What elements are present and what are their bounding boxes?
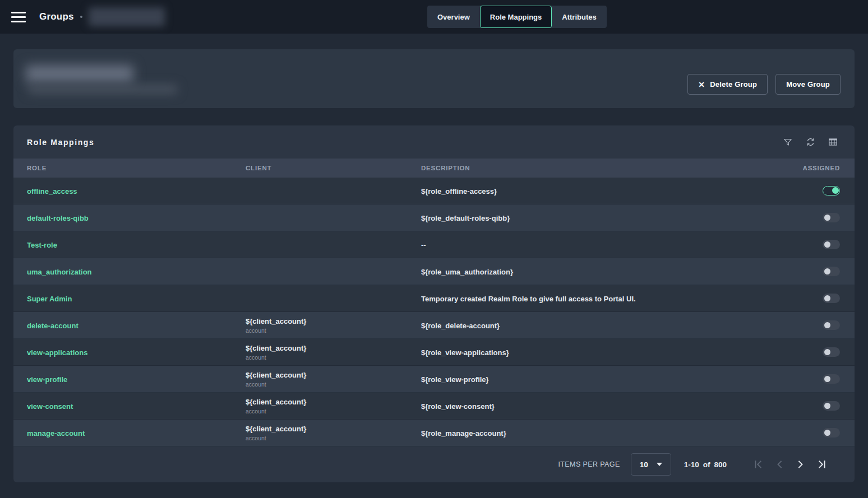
table-row: delete-account ${client_account} account…: [13, 312, 855, 339]
assigned-toggle[interactable]: [823, 240, 840, 249]
table-row: offline_access ${role_offline-access}: [13, 178, 855, 204]
role-link[interactable]: uma_authorization: [27, 268, 92, 276]
role-cell: Test-role: [27, 240, 246, 250]
column-header-assigned: ASSIGNED: [778, 165, 840, 171]
description-cell: ${role_offline-access}: [421, 186, 778, 196]
filter-icon[interactable]: [779, 134, 796, 151]
role-cell: delete-account: [27, 320, 246, 331]
assigned-cell: [778, 267, 840, 276]
delete-group-button[interactable]: ✕ Delete Group: [687, 74, 768, 95]
chevron-down-icon: [657, 463, 662, 466]
table-row: default-roles-qibb ${role_default-roles-…: [13, 204, 855, 231]
assigned-toggle[interactable]: [823, 294, 840, 303]
assigned-cell: [778, 347, 840, 357]
column-header-client: CLIENT: [246, 165, 421, 171]
client-cell: ${client_account} account: [246, 317, 421, 334]
client-cell: ${client_account} account: [246, 344, 421, 361]
first-page-button[interactable]: [751, 458, 765, 471]
redacted-group-name: [89, 7, 165, 26]
description-cell: --: [421, 240, 778, 250]
assigned-cell: [778, 294, 840, 303]
description-cell: ${role_delete-account}: [421, 320, 778, 331]
assigned-toggle[interactable]: [823, 213, 840, 222]
description-cell: ${role_uma_authorization}: [421, 267, 778, 277]
client-cell: ${client_account} account: [246, 371, 421, 388]
table-row: manage-account ${client_account} account…: [13, 420, 855, 446]
description-cell: ${role_view-profile}: [421, 374, 778, 384]
assigned-toggle[interactable]: [823, 401, 840, 411]
table-row: view-applications ${client_account} acco…: [13, 339, 855, 366]
description-cell: ${role_view-applications}: [421, 347, 778, 357]
assigned-toggle[interactable]: [823, 267, 840, 276]
assigned-cell: [778, 428, 840, 438]
column-header-role: ROLE: [27, 165, 246, 171]
table-body: offline_access ${role_offline-access} de…: [13, 178, 855, 446]
table-row: Super Admin Temporary created Realm Role…: [13, 285, 855, 312]
page-range: 1-10 of 800: [684, 460, 727, 469]
client-cell: ${client_account} account: [246, 398, 421, 415]
table-header-row: ROLE CLIENT DESCRIPTION ASSIGNED: [13, 159, 855, 178]
description-cell: ${role_view-consent}: [421, 401, 778, 411]
assigned-toggle[interactable]: [823, 428, 840, 438]
assigned-toggle[interactable]: [823, 320, 840, 330]
assigned-toggle[interactable]: [823, 347, 840, 357]
assigned-cell: [778, 374, 840, 384]
table-row: view-profile ${client_account} account $…: [13, 366, 855, 393]
role-cell: uma_authorization: [27, 267, 246, 277]
role-link[interactable]: view-profile: [27, 375, 67, 384]
items-per-page-select[interactable]: 10: [631, 453, 671, 476]
role-cell: manage-account: [27, 428, 246, 438]
description-cell: ${role_manage-account}: [421, 428, 778, 438]
topbar: Groups Overview Role Mappings Attributes: [0, 0, 868, 34]
section-title: Role Mappings: [27, 138, 94, 147]
role-cell: view-applications: [27, 347, 246, 357]
role-mappings-card: Role Mappings: [13, 125, 855, 482]
role-cell: Super Admin: [27, 294, 246, 304]
group-header-card: ✕ Delete Group Move Group: [13, 49, 855, 108]
pagination-bar: ITEMS PER PAGE 10 1-10 of 800: [13, 446, 855, 482]
role-cell: offline_access: [27, 186, 246, 196]
role-link[interactable]: view-applications: [27, 348, 87, 357]
refresh-icon[interactable]: [802, 134, 819, 151]
move-group-button[interactable]: Move Group: [775, 74, 841, 95]
role-link[interactable]: offline_access: [27, 187, 77, 196]
tab-overview[interactable]: Overview: [427, 6, 480, 28]
description-cell: Temporary created Realm Role to give ful…: [421, 294, 778, 304]
client-cell: ${client_account} account: [246, 425, 421, 441]
tab-bar: Overview Role Mappings Attributes: [427, 6, 607, 28]
table-row: view-consent ${client_account} account $…: [13, 393, 855, 420]
tab-role-mappings[interactable]: Role Mappings: [480, 6, 552, 28]
assigned-toggle[interactable]: [823, 186, 840, 196]
role-link[interactable]: delete-account: [27, 322, 79, 330]
assigned-cell: [778, 240, 840, 249]
assigned-cell: [778, 320, 840, 330]
close-icon: ✕: [698, 81, 705, 89]
role-link[interactable]: Test-role: [27, 241, 57, 249]
redacted-group-path: [28, 85, 177, 94]
column-header-description: DESCRIPTION: [421, 165, 778, 171]
tab-attributes[interactable]: Attributes: [552, 6, 606, 28]
page-title: Groups: [39, 11, 74, 22]
items-per-page-label: ITEMS PER PAGE: [558, 460, 620, 468]
table-row: uma_authorization ${role_uma_authorizati…: [13, 258, 855, 285]
group-actions: ✕ Delete Group Move Group: [687, 74, 841, 95]
role-cell: view-profile: [27, 374, 246, 384]
table-row: Test-role --: [13, 231, 855, 258]
next-page-button[interactable]: [794, 458, 807, 471]
redacted-group-title: [26, 65, 133, 83]
breadcrumb-separator-dot: [80, 16, 82, 18]
assigned-toggle[interactable]: [823, 374, 840, 384]
last-page-button[interactable]: [815, 458, 829, 471]
role-link[interactable]: manage-account: [27, 429, 85, 438]
role-cell: default-roles-qibb: [27, 213, 246, 223]
role-cell: view-consent: [27, 401, 246, 411]
assigned-cell: [778, 186, 840, 196]
role-link[interactable]: default-roles-qibb: [27, 214, 89, 222]
assigned-cell: [778, 401, 840, 411]
description-cell: ${role_default-roles-qibb}: [421, 213, 778, 223]
previous-page-button[interactable]: [773, 458, 786, 471]
role-link[interactable]: Super Admin: [27, 295, 72, 303]
role-link[interactable]: view-consent: [27, 402, 73, 411]
table-columns-icon[interactable]: [824, 134, 841, 151]
hamburger-menu-icon[interactable]: [11, 12, 26, 22]
